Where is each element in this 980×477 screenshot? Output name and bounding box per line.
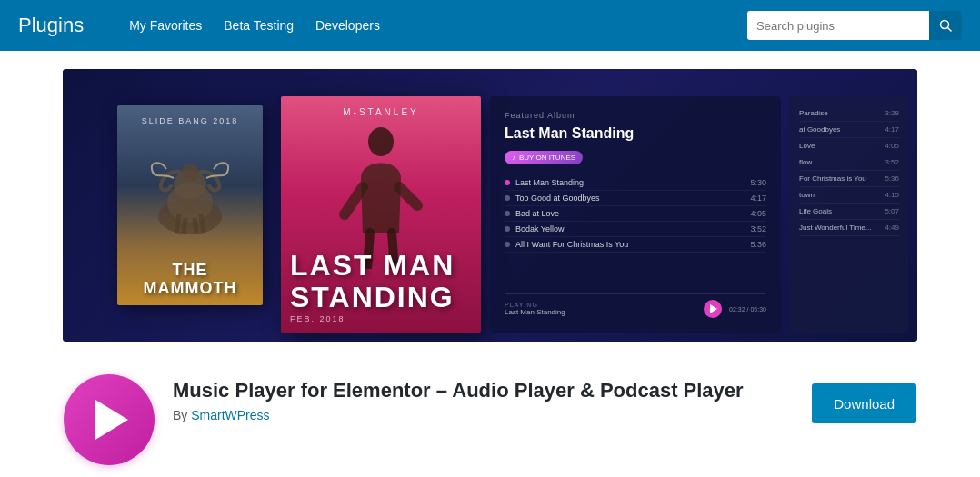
track-item-1[interactable]: Last Man Standing 5:30 (505, 175, 766, 191)
plugin-info: Music Player for Elementor – Audio Playe… (0, 360, 980, 477)
right-track-name: Love (799, 142, 881, 150)
plugin-icon (64, 374, 155, 465)
time-display: 02:32 / 05:30 (729, 306, 766, 313)
play-button-small[interactable] (704, 300, 722, 318)
nav-beta-testing[interactable]: Beta Testing (224, 18, 294, 33)
svg-line-1 (948, 28, 952, 32)
right-track-dur: 5:36 (885, 174, 899, 183)
svg-point-5 (181, 164, 199, 182)
album-center-artist: M-STANLEY (281, 107, 481, 117)
track-item-2[interactable]: Too Good at Goodbyes 4:17 (505, 191, 766, 206)
right-track-name: town (799, 191, 881, 199)
right-track-dur: 4:49 (885, 224, 899, 232)
right-track-dur: 3:28 (885, 109, 899, 117)
right-track-name: at Goodbyes (799, 125, 881, 134)
player-controls: PLAYING Last Man Standing 02:32 / 05:30 (505, 293, 766, 318)
main-nav: My Favorites Beta Testing Developers (129, 11, 962, 40)
player-panel: Featured Album Last Man Standing ♪ BUY O… (490, 96, 781, 333)
track-duration: 5:30 (750, 178, 766, 187)
current-time: 02:32 (729, 306, 745, 313)
now-playing-label: PLAYING (505, 302, 696, 308)
track-list: Last Man Standing 5:30 Too Good at Goodb… (505, 175, 766, 288)
right-track-name: Life Goals (799, 207, 881, 215)
album-left-top-text: SLIDE BANG 2018 (117, 116, 263, 125)
itunes-label: BUY ON ITUNES (519, 154, 575, 162)
player-panel-right: Paradise 3:28 at Goodbyes 4:17 Love 4:05… (790, 96, 908, 333)
album-left-title: THE MAMMOTH (125, 262, 255, 298)
track-item-3[interactable]: Bad at Love 4:05 (505, 206, 766, 222)
track-bullet (505, 180, 510, 185)
search-button[interactable] (929, 11, 962, 40)
track-duration: 5:36 (750, 240, 766, 249)
album-center-date: FEB. 2018 (290, 314, 472, 323)
track-name: Too Good at Goodbyes (515, 194, 745, 203)
svg-point-6 (368, 127, 394, 156)
itunes-icon: ♪ (512, 154, 515, 162)
right-track-item[interactable]: flow 3:52 (799, 154, 899, 171)
nav-developers[interactable]: Developers (315, 18, 380, 33)
track-duration: 3:52 (750, 224, 766, 234)
site-title: Plugins (18, 14, 84, 37)
track-bullet (505, 242, 510, 247)
right-track-name: Paradise (799, 109, 881, 117)
play-icon-large (95, 400, 128, 440)
track-bullet (505, 226, 510, 232)
search-area (747, 11, 962, 40)
mammoth-silhouette (135, 153, 245, 243)
album-center-title-line2: STANDING (290, 283, 472, 311)
right-track-item[interactable]: For Christmas is You 5:36 (799, 171, 899, 187)
person-svg (335, 124, 426, 269)
download-button[interactable]: Download (812, 383, 916, 423)
right-track-item[interactable]: Paradise 3:28 (799, 105, 899, 122)
track-bullet (505, 211, 510, 216)
track-name: Bodak Yellow (515, 224, 745, 234)
track-bullet (505, 195, 510, 201)
player-album-title: Last Man Standing (505, 125, 766, 142)
right-track-item[interactable]: Love 4:05 (799, 138, 899, 154)
right-track-dur: 3:52 (885, 158, 899, 166)
player-featured-label: Featured Album (505, 111, 766, 120)
track-name: Bad at Love (515, 209, 745, 218)
author-prefix: By (173, 408, 187, 422)
album-center: M-STANLEY LAST MAN STANDING FEB. 2 (281, 96, 481, 333)
right-track-item[interactable]: town 4:15 (799, 187, 899, 204)
track-duration: 4:05 (750, 209, 766, 218)
right-track-item[interactable]: Just Wonderful Time... 4:49 (799, 220, 899, 236)
total-time: 05:30 (750, 306, 766, 313)
album-left: SLIDE BANG 2018 THE MAMMOTH (117, 105, 263, 305)
album-center-title-line1: LAST MAN (290, 252, 472, 279)
right-track-name: flow (799, 158, 881, 166)
plugin-banner: SLIDE BANG 2018 THE MAMMOTH (63, 69, 917, 342)
right-track-item[interactable]: Life Goals 5:07 (799, 204, 899, 220)
track-item-5[interactable]: All I Want For Christmas Is You 5:36 (505, 237, 766, 253)
right-track-name: Just Wonderful Time... (799, 224, 881, 232)
itunes-button[interactable]: ♪ BUY ON ITUNES (505, 151, 583, 164)
plugin-details: Music Player for Elementor – Audio Playe… (173, 374, 794, 422)
plugin-author: By SmartWPress (173, 408, 794, 422)
right-track-dur: 4:15 (885, 191, 899, 199)
track-name: Last Man Standing (515, 178, 745, 187)
author-link[interactable]: SmartWPress (191, 408, 269, 422)
banner-inner: SLIDE BANG 2018 THE MAMMOTH (63, 69, 917, 342)
main-content: SLIDE BANG 2018 THE MAMMOTH (0, 51, 980, 477)
now-playing-title: Last Man Standing (505, 308, 696, 316)
right-track-name: For Christmas is You (799, 174, 881, 183)
track-duration: 4:17 (750, 194, 766, 203)
right-track-dur: 4:17 (885, 125, 899, 134)
search-icon (939, 19, 952, 32)
track-name: All I Want For Christmas Is You (515, 240, 745, 249)
right-track-dur: 4:05 (885, 142, 899, 150)
track-item-4[interactable]: Bodak Yellow 3:52 (505, 222, 766, 237)
right-track-dur: 5:07 (885, 207, 899, 215)
plugin-name: Music Player for Elementor – Audio Playe… (173, 378, 794, 404)
right-track-item[interactable]: at Goodbyes 4:17 (799, 122, 899, 138)
person-figure (281, 124, 481, 269)
nav-my-favorites[interactable]: My Favorites (129, 18, 202, 33)
play-icon (710, 304, 717, 313)
header: Plugins My Favorites Beta Testing Develo… (0, 0, 980, 51)
search-input[interactable] (747, 11, 929, 40)
